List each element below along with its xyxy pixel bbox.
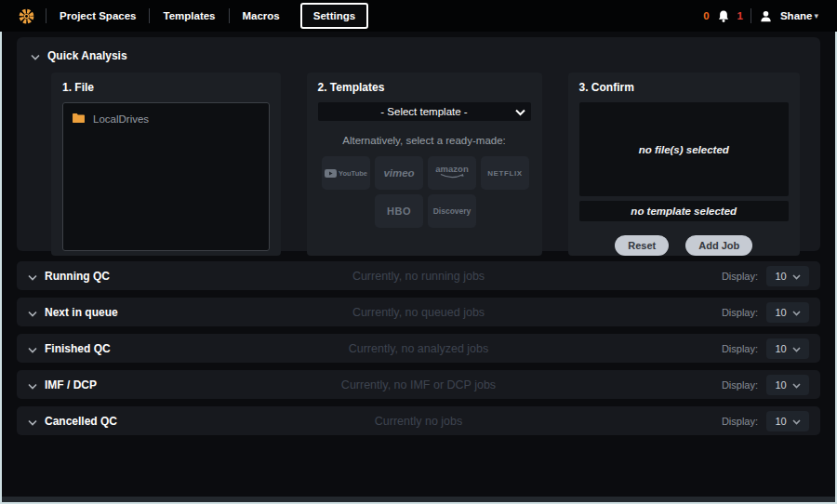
display-count-value: 10 [775, 307, 786, 318]
quick-analysis-header[interactable]: Quick Analysis [17, 37, 820, 64]
reset-button[interactable]: Reset [615, 235, 669, 256]
tree-item-localdrives[interactable]: LocalDrives [72, 111, 260, 127]
brand-button-vimeo[interactable]: vimeo [375, 156, 423, 190]
notification-count-red: 1 [737, 10, 743, 21]
brand-label: YouTube [339, 169, 367, 178]
section-imf-dcp: IMF / DCP Currently, no IMF or DCP jobs … [17, 370, 820, 399]
brand-label: amazon [435, 166, 468, 173]
quick-analysis-panel: Quick Analysis 1. File LocalDrives [17, 37, 820, 251]
nav-tab-settings[interactable]: Settings [300, 3, 368, 29]
display-count-value: 10 [775, 379, 786, 391]
user-menu[interactable]: Shane ▾ [780, 10, 818, 21]
section-status-text: Currently no jobs [17, 415, 820, 428]
quick-analysis-title: Quick Analysis [47, 49, 127, 62]
section-status-text: Currently, no queued jobs [17, 306, 820, 319]
file-browser-tree[interactable]: LocalDrives [62, 102, 270, 251]
section-finished-qc: Finished QC Currently, no analyzed jobs … [17, 334, 820, 363]
display-label: Display: [722, 343, 758, 354]
section-toggle[interactable]: Finished QC [28, 340, 111, 357]
nav-tab-templates[interactable]: Templates [150, 0, 228, 32]
display-count-dropdown[interactable]: 10 [766, 266, 809, 286]
ready-made-brand-grid: YouTube vimeo amazon [318, 156, 534, 228]
section-toggle[interactable]: Next in queue [28, 304, 118, 321]
section-next-in-queue: Next in queue Currently, no queued jobs … [17, 298, 820, 326]
brand-button-youtube[interactable]: YouTube [322, 156, 370, 190]
chevron-down-icon [28, 340, 37, 357]
section-status-text: Currently, no analyzed jobs [17, 342, 820, 355]
templates-panel-title: 2. Templates [318, 81, 531, 94]
section-title: Running QC [45, 270, 110, 283]
chevron-down-icon: ▾ [814, 11, 818, 20]
section-title: Finished QC [45, 342, 111, 355]
no-template-text: no template selected [631, 206, 737, 217]
nav-tab-project-spaces[interactable]: Project Spaces [46, 0, 149, 32]
brand-label: Discovery [433, 206, 472, 216]
display-label: Display: [722, 271, 758, 282]
chevron-down-icon [28, 268, 37, 285]
brand-button-netflix[interactable]: NETFLIX [481, 156, 529, 190]
section-title: IMF / DCP [45, 378, 97, 391]
display-label: Display: [722, 379, 758, 391]
nav-tab-macros[interactable]: Macros [230, 0, 293, 32]
section-cancelled-qc: Cancelled QC Currently no jobs Display: … [17, 406, 820, 435]
section-toggle[interactable]: IMF / DCP [28, 377, 97, 393]
chevron-down-icon [792, 271, 801, 282]
add-job-button[interactable]: Add Job [685, 235, 752, 256]
template-select-dropdown[interactable]: - Select template - [318, 102, 531, 121]
brand-button-discovery[interactable]: Discovery [428, 194, 476, 228]
section-toggle[interactable]: Cancelled QC [28, 413, 117, 430]
display-count-dropdown[interactable]: 10 [766, 338, 809, 359]
chevron-down-icon [792, 343, 801, 354]
display-count-dropdown[interactable]: 10 [766, 411, 809, 431]
section-toggle[interactable]: Running QC [28, 268, 110, 285]
window-bottom-bar [2, 497, 835, 502]
chevron-down-icon [792, 379, 801, 391]
notification-count-orange: 0 [703, 10, 709, 21]
section-status-text: Currently, no running jobs [17, 270, 820, 283]
section-running-qc: Running QC Currently, no running jobs Di… [17, 261, 820, 290]
display-count-value: 10 [775, 271, 786, 282]
bell-icon[interactable] [717, 9, 730, 23]
brand-button-amazon[interactable]: amazon [428, 156, 476, 190]
chevron-down-icon [792, 416, 801, 427]
no-files-text: no file(s) selected [639, 144, 729, 155]
brand-label: vimeo [383, 167, 414, 179]
youtube-play-icon [325, 166, 337, 180]
chevron-down-icon [31, 47, 40, 64]
user-name: Shane [780, 10, 813, 21]
selected-template-bar: no template selected [579, 201, 790, 221]
ready-made-label: Alternatively, select a ready-made: [318, 135, 531, 146]
section-status-text: Currently, no IMF or DCP jobs [17, 378, 820, 391]
chevron-down-icon [28, 413, 37, 430]
chevron-down-icon [28, 377, 37, 393]
display-count-dropdown[interactable]: 10 [766, 375, 809, 395]
folder-icon [72, 111, 86, 127]
brand-label: HBO [387, 206, 411, 217]
nav-divider [751, 8, 751, 23]
display-label: Display: [722, 416, 758, 427]
file-panel: 1. File LocalDrives [51, 73, 281, 256]
display-count-value: 10 [775, 416, 786, 427]
chevron-down-icon [792, 307, 801, 318]
file-panel-title: 1. File [62, 81, 270, 94]
section-title: Cancelled QC [45, 415, 117, 428]
app-logo-gear-icon[interactable] [19, 8, 34, 24]
amazon-smile-icon [440, 173, 464, 180]
confirm-panel: 3. Confirm no file(s) selected no templa… [568, 73, 801, 256]
section-title: Next in queue [45, 306, 118, 319]
brand-button-hbo[interactable]: HBO [375, 194, 423, 228]
top-navbar: Project Spaces Templates Macros Settings… [0, 0, 837, 32]
template-select-value: - Select template - [380, 106, 467, 117]
display-label: Display: [722, 307, 758, 318]
user-avatar-icon[interactable] [759, 9, 773, 23]
brand-label: NETFLIX [487, 169, 523, 178]
selected-files-box: no file(s) selected [579, 102, 790, 196]
main-content: Quick Analysis 1. File LocalDrives [0, 32, 837, 504]
tree-item-label: LocalDrives [93, 113, 149, 125]
templates-panel: 2. Templates - Select template - Alterna… [307, 73, 542, 256]
navbar-right-cluster: 0 1 Shane ▾ [703, 8, 818, 23]
display-count-dropdown[interactable]: 10 [766, 302, 809, 323]
chevron-down-icon [28, 304, 37, 321]
confirm-panel-title: 3. Confirm [579, 81, 790, 94]
display-count-value: 10 [775, 343, 786, 354]
